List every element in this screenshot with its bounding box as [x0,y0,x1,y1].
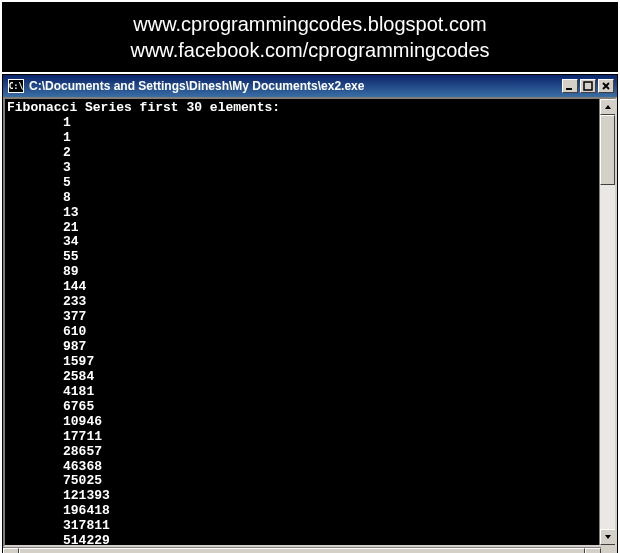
scroll-down-button[interactable] [600,529,616,545]
titlebar[interactable]: C:\ C:\Documents and Settings\Dinesh\My … [3,75,617,97]
vertical-scrollbar[interactable] [599,99,615,545]
scroll-right-button[interactable] [585,548,601,553]
console-output: Fibonacci Series first 30 elements:11235… [5,99,599,545]
banner-line-2: www.facebook.com/cprogrammingcodes [3,37,617,63]
horizontal-scrollbar[interactable] [3,547,601,553]
app-icon: C:\ [8,79,24,93]
maximize-button[interactable] [580,79,596,93]
scroll-up-button[interactable] [600,99,616,115]
console-area: Fibonacci Series first 30 elements:11235… [3,97,617,547]
scroll-left-button[interactable] [3,548,19,553]
header-banner: www.cprogrammingcodes.blogspot.com www.f… [2,2,618,72]
scroll-track-horizontal[interactable] [19,548,585,553]
svg-rect-1 [584,82,592,90]
minimize-button[interactable] [562,79,578,93]
titlebar-text: C:\Documents and Settings\Dinesh\My Docu… [29,79,562,93]
window-controls [562,79,614,93]
banner-line-1: www.cprogrammingcodes.blogspot.com [3,11,617,37]
scroll-corner [601,547,617,553]
scroll-thumb-horizontal[interactable] [19,548,585,553]
scroll-track-vertical[interactable] [600,115,615,529]
close-button[interactable] [598,79,614,93]
console-window: C:\ C:\Documents and Settings\Dinesh\My … [2,74,618,553]
bottom-scroll-row [3,547,617,553]
scroll-thumb-vertical[interactable] [600,115,615,185]
svg-rect-0 [566,88,572,90]
